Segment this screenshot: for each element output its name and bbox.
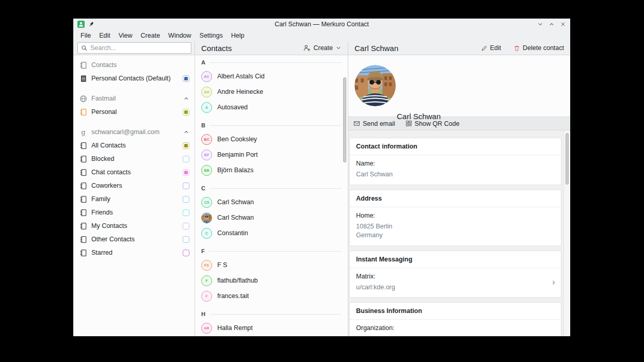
card-title: Instant Messaging <box>350 251 561 268</box>
collection-checkbox[interactable] <box>183 209 189 216</box>
contact-row-benjamin-port[interactable]: BPBenjamin Port <box>201 147 342 162</box>
card-title: Business Information <box>350 303 561 320</box>
field-value: 10825 BerlinGermany <box>356 222 555 240</box>
sidebar-item-other-contacts[interactable]: Other Contacts <box>73 233 195 246</box>
contact-initials-avatar: HR <box>201 323 212 334</box>
sidebar-item-family[interactable]: Family <box>73 192 195 206</box>
collection-checkbox[interactable] <box>183 223 189 229</box>
letter-section-f: F <box>201 245 342 257</box>
contact-row-flathub-flathub[interactable]: Fflathub/flathub <box>201 273 342 288</box>
collection-checkbox[interactable] <box>183 236 189 243</box>
contact-list: AACAlbert Astals CidAHAndre HeineckeAAut… <box>195 55 348 336</box>
menu-settings[interactable]: Settings <box>196 29 227 41</box>
contact-row-halla-rempt[interactable]: HRHalla Rempt <box>201 320 342 336</box>
contact-row-ben-cooksley[interactable]: BCBen Cooksley <box>201 131 342 147</box>
contact-name: Carl Schwan <box>397 112 441 121</box>
sidebar-item-label: Personal Contacts (Default) <box>91 75 171 82</box>
menu-edit[interactable]: Edit <box>95 29 115 41</box>
chevron-up-icon[interactable] <box>183 129 189 135</box>
contact-row-f-s[interactable]: FSF S <box>201 257 342 273</box>
contact-row-bj-rn-balazs[interactable]: BBBjörn Balazs <box>201 162 342 178</box>
menu-view[interactable]: View <box>115 29 137 41</box>
contact-initials-avatar: FS <box>201 260 212 271</box>
sidebar-item-my-contacts[interactable]: My Contacts <box>73 219 195 233</box>
contact-row-andre-heinecke[interactable]: AHAndre Heinecke <box>201 84 342 100</box>
field-matrix[interactable]: Matrix:u/carl:kde.org <box>350 268 561 298</box>
address-book-icon <box>79 182 87 190</box>
contact-initials-avatar: BC <box>201 134 212 145</box>
sidebar: ContactsPersonal Contacts (Default)Fastm… <box>73 41 195 336</box>
sidebar-item-personal[interactable]: Personal <box>73 105 195 119</box>
contact-row-albert-astals-cid[interactable]: ACAlbert Astals Cid <box>201 69 342 84</box>
menu-window[interactable]: Window <box>164 29 195 41</box>
collection-checkbox[interactable] <box>183 196 189 203</box>
letter-section-b: B <box>201 119 342 131</box>
send-email-button[interactable]: Send email <box>353 120 395 127</box>
contact-initials-avatar: BB <box>201 165 212 176</box>
field-organization: Organization:G10 Code GmbH <box>350 320 561 336</box>
collection-checkbox[interactable] <box>183 109 189 116</box>
close-button[interactable] <box>560 21 566 27</box>
detail-header-actions: Edit Delete contact <box>481 44 564 52</box>
delete-contact-button[interactable]: Delete contact <box>513 44 564 52</box>
contact-list-scrollbar[interactable] <box>343 77 346 162</box>
contact-row-constantin[interactable]: CConstantin <box>201 225 342 241</box>
sidebar-item-chat-contacts[interactable]: Chat contacts <box>73 166 195 179</box>
field-label: Organization: <box>356 324 555 332</box>
sidebar-group-schwancarl-gmail-com[interactable]: gschwancarl@gmail.com <box>73 125 195 139</box>
contact-row-name: Andre Heinecke <box>217 88 263 95</box>
address-book-icon <box>79 195 87 203</box>
sidebar-item-friends[interactable]: Friends <box>73 206 195 219</box>
sidebar-group-fastmail[interactable]: Fastmail <box>73 92 195 105</box>
search-box[interactable] <box>77 42 191 54</box>
contact-row-hubert-figui-re[interactable]: HFhubert figuière <box>201 336 342 336</box>
collection-checkbox[interactable] <box>183 75 189 82</box>
maximize-button[interactable] <box>549 21 555 27</box>
collection-checkbox[interactable] <box>183 142 189 149</box>
section-divider <box>210 62 342 63</box>
sidebar-list: ContactsPersonal Contacts (Default)Fastm… <box>73 55 195 336</box>
contact-row-carl-schwan[interactable]: CSCarl Schwan <box>201 194 342 210</box>
menu-file[interactable]: File <box>76 29 95 41</box>
collection-checkbox[interactable] <box>183 156 189 162</box>
search-input[interactable] <box>90 44 188 52</box>
sidebar-item-blocked[interactable]: Blocked <box>73 152 195 166</box>
minimize-button[interactable] <box>537 21 543 27</box>
titlebar[interactable]: Carl Schwan — Merkuro Contact <box>73 19 570 29</box>
menu-help[interactable]: Help <box>227 29 249 41</box>
sidebar-item-coworkers[interactable]: Coworkers <box>73 179 195 192</box>
collection-checkbox[interactable] <box>183 250 189 256</box>
contact-photo <box>355 65 396 106</box>
contact-row-frances-tait[interactable]: Ffrances.tait <box>201 288 342 304</box>
detail-scrollbar-track[interactable] <box>564 130 570 336</box>
sidebar-item-all-contacts[interactable]: All Contacts <box>73 139 195 152</box>
pencil-icon <box>481 45 488 52</box>
section-divider <box>210 125 342 126</box>
contact-row-name: F S <box>217 261 227 269</box>
letter-section-a: A <box>201 56 342 69</box>
menu-create[interactable]: Create <box>137 29 165 41</box>
sidebar-item-contacts[interactable]: Contacts <box>73 58 195 72</box>
address-book-icon <box>79 155 87 163</box>
sidebar-item-label: Starred <box>91 249 112 256</box>
edit-button[interactable]: Edit <box>481 44 502 52</box>
create-button[interactable]: Create <box>303 44 342 52</box>
sidebar-item-personal-contacts-default[interactable]: Personal Contacts (Default) <box>73 72 195 85</box>
contact-row-carl-schwan[interactable]: Carl Schwan <box>201 210 342 225</box>
detail-scrollbar-thumb[interactable] <box>566 133 569 185</box>
contact-photo-section: Carl Schwan <box>348 55 570 117</box>
section-divider <box>209 251 342 252</box>
qr-icon <box>406 120 412 127</box>
svg-text:g: g <box>81 128 85 136</box>
contact-row-autosaved[interactable]: AAutosaved <box>201 100 342 115</box>
contact-initials-avatar: CS <box>201 197 212 208</box>
sidebar-group-label: Fastmail <box>91 95 116 102</box>
collection-checkbox[interactable] <box>183 183 189 189</box>
chevron-up-icon[interactable] <box>183 95 189 102</box>
address-book-icon <box>79 108 87 116</box>
show-qr-code-button[interactable]: Show QR Code <box>406 120 460 127</box>
sidebar-item-starred[interactable]: Starred <box>73 246 195 259</box>
address-book-icon <box>79 142 87 150</box>
collection-checkbox[interactable] <box>183 169 189 176</box>
contact-row-name: Halla Rempt <box>217 324 253 332</box>
